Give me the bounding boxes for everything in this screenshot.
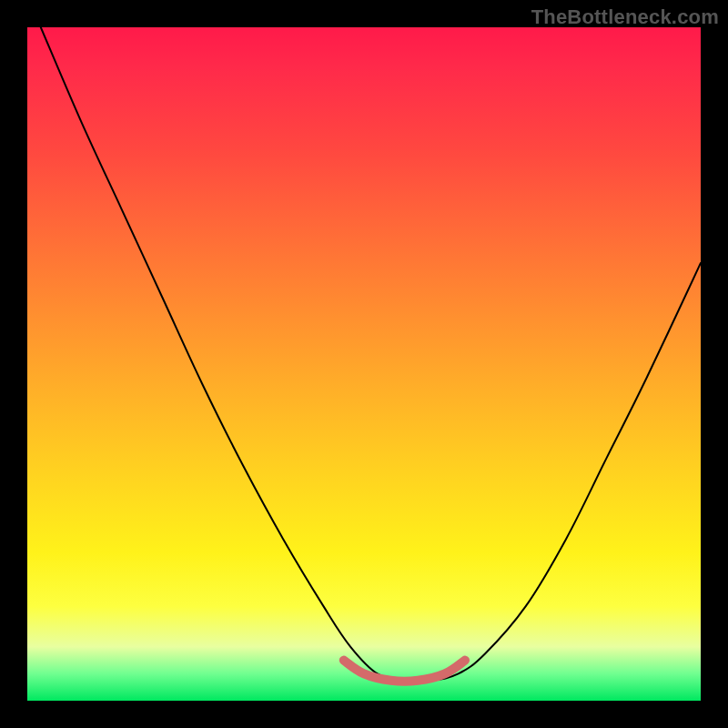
- plot-area: [27, 27, 701, 701]
- curve-layer: [27, 27, 701, 701]
- watermark-text: TheBottleneck.com: [531, 5, 719, 29]
- bottleneck-curve: [41, 27, 701, 682]
- chart-frame: TheBottleneck.com: [0, 0, 728, 728]
